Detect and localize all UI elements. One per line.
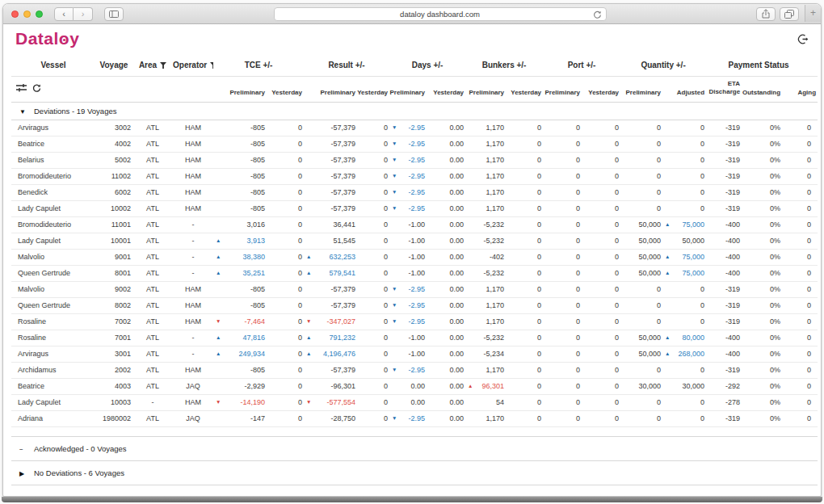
voyage-row[interactable]: Benedick6002ATLHAM-8050-57,3790▼-2.950.0… [11,184,818,200]
cell-value: 0% [770,253,780,261]
voyage-row[interactable]: Beatrice4002ATLHAM-8050-57,3790▼-2.950.0… [11,136,818,152]
table-tools-cell [11,76,213,102]
cell-vessel: Lady Capulet [11,394,95,410]
cell-value: -319 [725,140,740,148]
filter-funnel-icon[interactable] [160,62,166,69]
section-toggle-icon[interactable]: − [19,446,34,453]
cell-value: 0% [770,382,780,390]
address-bar[interactable]: dataloy dashboard.com [274,7,607,21]
trend-down-icon: ▼ [392,302,397,308]
section-header-acknowledged: −Acknowledged - 0 Voyages [11,436,818,460]
voyage-row[interactable]: Rosaline7001ATL-▲47,8160▲791,2320-1.000.… [11,330,818,346]
cell-tce-preliminary: -805 [213,297,267,313]
cell-value: 0 [807,237,811,245]
zoom-window-button[interactable] [36,10,43,18]
section-header-cell[interactable]: ▶No Deviations - 6 Voyages [11,460,818,485]
cell-value: 0 [615,188,619,196]
voyage-row[interactable]: Adriana1980002ATLJAQ-1470-28,7500▼-2.950… [11,410,818,426]
cell-tce-yesterday: 0 [267,265,304,281]
close-window-button[interactable] [11,10,19,18]
cell-value: 0 [807,285,811,293]
cell-operator: HAM [173,297,213,313]
forward-button[interactable]: › [74,7,93,21]
cell-vessel: Lady Capulet [11,233,95,249]
cell-aging: 0 [782,216,818,233]
cell-value: -319 [725,301,740,309]
new-tab-button[interactable]: + [805,5,821,22]
cell-tce-yesterday: 0 [267,330,304,346]
cell-value: 0 [298,124,302,132]
cell-port-yesterday: 0 [582,249,620,265]
cell-quantity-preliminary: 50,000 [620,346,662,362]
cell-value: 791,232 [329,334,355,342]
voyage-row[interactable]: Bromodideuterio11002ATLHAM-8050-57,3790▼… [11,168,818,184]
voyage-row[interactable]: Malvolio9001ATL-▲38,3800▲632,2530-1.000.… [11,249,818,265]
cell-port-yesterday: 0 [582,394,620,410]
trend-down-icon: ▼ [306,318,311,324]
cell-value: 0 [657,188,661,196]
cell-bunkers-yesterday: 0 [506,249,543,265]
sidebar-button[interactable] [104,7,124,21]
voyage-row[interactable]: Beatrice4003ATLJAQ-2,9290-96,30100.000.0… [11,378,818,394]
cell-days-yesterday: 0.00 [427,362,465,378]
share-button[interactable] [756,7,776,21]
voyage-row[interactable]: Arviragus3002ATLHAM-8050-57,3790▼-2.950.… [11,120,818,136]
section-header-cell[interactable]: −Acknowledged - 0 Voyages [11,436,818,460]
cell-vessel: Arviragus [11,120,95,136]
cell-value: 0 [576,350,580,358]
trend-up-icon: ▲ [306,270,311,275]
reload-button[interactable] [593,10,602,19]
voyage-row[interactable]: Lady Capulet10002ATLHAM-8050-57,3790▼-2.… [11,200,818,216]
voyage-row[interactable]: Belarius5002ATLHAM-8050-57,3790▼-2.950.0… [11,152,818,168]
cell-result-preliminary: -57,379 [304,152,357,168]
cell-value: 0 [298,334,302,342]
cell-value: -5,232 [484,220,505,229]
cell-outstanding: 0% [742,136,782,152]
cell-port-yesterday: 0 [582,152,620,168]
voyage-row[interactable]: Lady Capulet10003-HAM▼-14,1900▼-577,5540… [11,394,818,410]
section-toggle-icon[interactable]: ▶ [19,470,34,477]
cell-value: -400 [725,269,740,277]
voyage-row[interactable]: Bromodideuterio11001ATL-3,016036,4410-1.… [11,216,818,233]
cell-value: 0% [770,124,780,132]
voyage-row[interactable]: Queen Gertrude8002ATLHAM-8050-57,3790▼-2… [11,297,818,313]
cell-result-preliminary: -57,379 [304,200,357,216]
refresh-button[interactable] [32,84,41,93]
cell-days-yesterday: 0.00 [427,313,465,330]
window-controls [11,10,43,18]
cell-port-yesterday: 0 [582,233,620,249]
cell-port-preliminary: 0 [543,281,582,297]
voyage-row[interactable]: Rosaline7002ATLHAM▼-7,4640▼-347,0270▼-2.… [11,313,818,330]
cell-value: 75,000 [683,220,705,229]
trend-up-icon: ▲ [216,334,221,340]
voyage-row[interactable]: Lady Capulet10001ATL-▲3,913051,5450-1.00… [11,233,818,249]
cell-value: 0 [700,317,704,326]
cell-vessel: Beatrice [11,378,95,394]
section-toggle-icon[interactable]: ▼ [19,108,34,116]
back-button[interactable]: ‹ [54,7,74,21]
filter-funnel-icon[interactable] [210,62,213,69]
voyage-row[interactable]: Archidamus2002ATLHAM-8050-57,3790▼-2.950… [11,362,818,378]
show-tabs-button[interactable] [780,7,799,21]
cell-vessel: Arviragus [11,346,95,362]
cell-value: 0% [770,285,780,293]
cell-area: ATL [132,313,173,330]
cell-bunkers-preliminary: 1,170 [465,136,506,152]
cell-port-yesterday: 0 [582,281,620,297]
voyage-row[interactable]: Arviragus3001ATL-▲249,9340▲4,196,4760-1.… [11,346,818,362]
cell-port-preliminary: 0 [543,362,582,378]
minimize-window-button[interactable] [23,10,31,18]
cell-value: 51,545 [333,237,355,245]
cell-quantity-adjusted: 0 [662,200,706,216]
voyage-row[interactable]: Queen Gertrude8001ATL-▲35,2510▲579,5410-… [11,265,818,281]
filter-settings-button[interactable] [16,84,27,92]
logout-button[interactable] [797,34,809,44]
cell-value: 1,170 [486,188,505,196]
cell-value: -319 [725,124,740,132]
cell-value: 0 [807,188,811,196]
section-header-cell[interactable]: ▼Deviations - 19 Voyages [11,102,818,120]
voyage-row[interactable]: Malvolio9002ATLHAM-8050-57,3790▼-2.950.0… [11,281,818,297]
cell-operator: - [173,249,213,265]
cell-value: 0 [807,317,811,326]
refresh-icon [32,84,41,93]
